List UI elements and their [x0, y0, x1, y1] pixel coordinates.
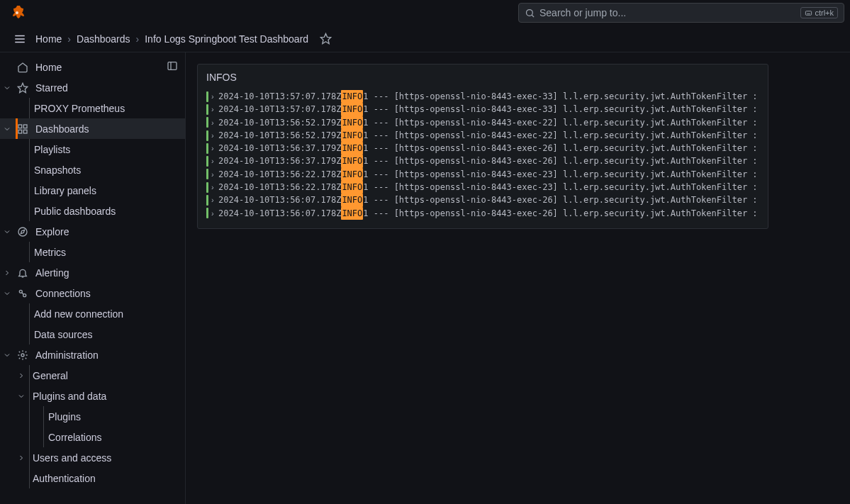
sidebar-item-administration[interactable]: Administration — [0, 345, 185, 365]
search-icon — [525, 8, 535, 18]
log-level-badge: INFO — [341, 155, 363, 167]
sidebar-item-alerting[interactable]: Alerting — [0, 262, 185, 283]
sidebar-item-connections[interactable]: Connections — [0, 283, 185, 303]
log-line[interactable]: › 2024-10-10T13:56:07.178Z INFO 1 --- [h… — [206, 207, 759, 220]
log-timestamp: 2024-10-10T13:56:22.178Z — [218, 168, 341, 181]
log-line[interactable]: › 2024-10-10T13:56:37.179Z INFO 1 --- [h… — [206, 155, 759, 167]
chevron-down-icon — [0, 228, 14, 236]
sidebar-item-users-access[interactable]: Users and access — [0, 447, 185, 468]
log-timestamp: 2024-10-10T13:56:37.179Z — [218, 142, 341, 155]
log-message: 1 --- [https-openssl-nio-8443-exec-22] l… — [363, 116, 759, 129]
svg-marker-11 — [21, 230, 24, 233]
log-line[interactable]: › 2024-10-10T13:56:07.178Z INFO 1 --- [h… — [206, 194, 759, 206]
log-message: 1 --- [https-openssl-nio-8443-exec-26] l… — [363, 194, 759, 206]
log-line[interactable]: › 2024-10-10T13:56:22.178Z INFO 1 --- [h… — [206, 168, 759, 181]
log-level-badge: INFO — [341, 194, 363, 206]
log-message: 1 --- [https-openssl-nio-8443-exec-26] l… — [363, 207, 759, 220]
chevron-down-icon — [0, 84, 14, 92]
sidebar-item-plugins[interactable]: Plugins — [0, 406, 185, 427]
svg-marker-3 — [320, 33, 330, 43]
sidebar-item-add-connection[interactable]: Add new connection — [0, 303, 185, 324]
svg-rect-4 — [168, 62, 177, 70]
log-message: 1 --- [https-openssl-nio-8443-exec-26] l… — [363, 155, 759, 167]
log-line[interactable]: › 2024-10-10T13:56:22.178Z INFO 1 --- [h… — [206, 181, 759, 194]
log-line[interactable]: › 2024-10-10T13:57:07.178Z INFO 1 --- [h… — [206, 103, 759, 116]
star-button[interactable] — [315, 29, 335, 49]
sidebar-item-playlists[interactable]: Playlists — [0, 139, 185, 159]
level-bar — [206, 117, 208, 128]
sidebar-item-metrics[interactable]: Metrics — [0, 242, 185, 262]
svg-point-0 — [16, 11, 18, 14]
sidebar-item-starred[interactable]: Starred — [0, 77, 185, 98]
expand-chevron-icon[interactable]: › — [211, 155, 218, 167]
expand-chevron-icon[interactable]: › — [211, 194, 218, 206]
log-timestamp: 2024-10-10T13:56:37.179Z — [218, 155, 341, 167]
svg-rect-9 — [23, 130, 27, 133]
sidebar-nav: Home Starred PROXY Prometheus Dashboards… — [0, 52, 186, 504]
expand-chevron-icon[interactable]: › — [211, 142, 218, 155]
search-input[interactable]: Search or jump to... ctrl+k — [518, 3, 844, 23]
log-timestamp: 2024-10-10T13:56:52.179Z — [218, 116, 341, 129]
level-bar — [206, 208, 208, 218]
log-line[interactable]: › 2024-10-10T13:56:37.179Z INFO 1 --- [h… — [206, 142, 759, 155]
expand-chevron-icon[interactable]: › — [211, 129, 218, 142]
expand-chevron-icon[interactable]: › — [211, 181, 218, 194]
chevron-down-icon — [0, 289, 14, 298]
sidebar-item-snapshots[interactable]: Snapshots — [0, 159, 185, 180]
breadcrumb-dashboards[interactable]: Dashboards — [77, 33, 130, 45]
panel-title: INFOS — [206, 72, 759, 83]
expand-chevron-icon[interactable]: › — [211, 116, 218, 129]
sidebar-item-home[interactable]: Home — [0, 57, 185, 77]
log-level-badge: INFO — [341, 116, 363, 129]
expand-chevron-icon[interactable]: › — [211, 207, 218, 220]
sidebar-item-proxy-prometheus[interactable]: PROXY Prometheus — [0, 98, 185, 118]
sidebar-item-admin-plugins-data[interactable]: Plugins and data — [0, 386, 185, 406]
log-level-badge: INFO — [341, 103, 363, 116]
expand-chevron-icon[interactable]: › — [211, 103, 218, 116]
top-bar: Search or jump to... ctrl+k — [0, 0, 850, 26]
svg-marker-5 — [18, 83, 27, 92]
breadcrumb-home[interactable]: Home — [35, 33, 62, 45]
svg-point-14 — [21, 354, 24, 357]
kbd-shortcut: ctrl+k — [800, 7, 838, 18]
expand-chevron-icon[interactable]: › — [211, 90, 218, 103]
log-line[interactable]: › 2024-10-10T13:57:07.178Z INFO 1 --- [h… — [206, 90, 759, 103]
log-level-badge: INFO — [341, 207, 363, 220]
log-line[interactable]: › 2024-10-10T13:56:52.179Z INFO 1 --- [h… — [206, 116, 759, 129]
keyboard-icon — [805, 9, 812, 17]
sidebar-item-public-dashboards[interactable]: Public dashboards — [0, 201, 185, 221]
menu-toggle-button[interactable] — [9, 28, 31, 50]
sidebar-item-correlations[interactable]: Correlations — [0, 427, 185, 447]
plug-icon — [14, 288, 31, 299]
sidebar-item-authentication[interactable]: Authentication — [0, 468, 185, 488]
level-bar — [206, 195, 208, 206]
level-bar — [206, 91, 208, 102]
dock-icon[interactable] — [167, 60, 178, 74]
search-placeholder: Search or jump to... — [539, 7, 800, 18]
sidebar-item-library-panels[interactable]: Library panels — [0, 180, 185, 201]
log-line[interactable]: › 2024-10-10T13:56:52.179Z INFO 1 --- [h… — [206, 129, 759, 142]
log-message: 1 --- [https-openssl-nio-8443-exec-23] l… — [363, 168, 759, 181]
level-bar — [206, 169, 208, 179]
svg-rect-2 — [806, 11, 812, 15]
sidebar-item-admin-general[interactable]: General — [0, 365, 185, 386]
star-icon — [14, 82, 31, 94]
log-message: 1 --- [https-openssl-nio-8443-exec-22] l… — [363, 129, 759, 142]
log-list: › 2024-10-10T13:57:07.178Z INFO 1 --- [h… — [206, 90, 759, 220]
sidebar-item-data-sources[interactable]: Data sources — [0, 324, 185, 345]
svg-rect-6 — [18, 125, 22, 128]
log-timestamp: 2024-10-10T13:57:07.178Z — [218, 90, 341, 103]
dashboard-icon — [14, 123, 31, 135]
log-timestamp: 2024-10-10T13:56:07.178Z — [218, 194, 341, 206]
sidebar-item-explore[interactable]: Explore — [0, 221, 185, 242]
chevron-down-icon — [14, 392, 28, 401]
svg-point-1 — [527, 9, 533, 16]
bell-icon — [14, 267, 31, 279]
svg-rect-8 — [18, 130, 22, 133]
panel-infos[interactable]: INFOS › 2024-10-10T13:57:07.178Z INFO 1 … — [197, 64, 768, 229]
grafana-logo-icon[interactable] — [9, 4, 26, 21]
log-timestamp: 2024-10-10T13:56:52.179Z — [218, 129, 341, 142]
gear-icon — [14, 349, 31, 361]
expand-chevron-icon[interactable]: › — [211, 168, 218, 181]
sidebar-item-dashboards[interactable]: Dashboards — [0, 118, 185, 139]
